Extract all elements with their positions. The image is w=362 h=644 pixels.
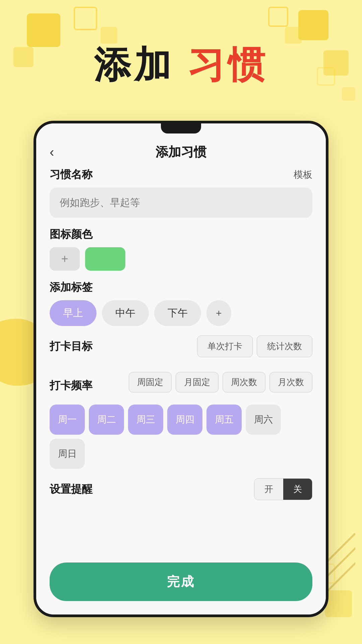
goal-label: 打卡目标 xyxy=(50,339,93,354)
complete-button-area: 完成 xyxy=(36,556,326,614)
icon-color-section: 图标颜色 + xyxy=(50,227,312,271)
app-content: ‹ 添加习惯 习惯名称 模板 图标颜色 + xyxy=(36,133,326,556)
day-thursday[interactable]: 周四 xyxy=(167,405,202,435)
day-friday[interactable]: 周五 xyxy=(206,405,242,435)
header-title: 添加习惯 xyxy=(156,144,206,161)
color-swatch-green[interactable] xyxy=(85,247,125,271)
plus-icon: + xyxy=(61,252,68,266)
frequency-header: 打卡频率 周固定 月固定 周次数 月次数 xyxy=(50,372,312,399)
back-button[interactable]: ‹ xyxy=(50,145,54,160)
tag-row: 早上 中午 下午 + xyxy=(50,300,312,326)
goal-count-stats[interactable]: 统计次数 xyxy=(257,335,312,357)
title-part1: 添加 xyxy=(94,44,174,85)
freq-weekly-count[interactable]: 周次数 xyxy=(223,372,265,392)
habit-name-header: 习惯名称 模板 xyxy=(50,167,312,182)
page-title-area: 添加 习惯 xyxy=(0,40,362,90)
tags-header: 添加标签 xyxy=(50,280,312,295)
day-sunday[interactable]: 周日 xyxy=(50,439,85,469)
phone-frame: ‹ 添加习惯 习惯名称 模板 图标颜色 + xyxy=(34,121,328,617)
goal-section: 打卡目标 单次打卡 统计次数 xyxy=(50,335,312,363)
reminder-off-button[interactable]: 关 xyxy=(283,479,312,500)
phone-inner: ‹ 添加习惯 习惯名称 模板 图标颜色 + xyxy=(36,123,326,614)
goal-header: 打卡目标 单次打卡 统计次数 xyxy=(50,335,312,357)
day-wednesday[interactable]: 周三 xyxy=(128,405,163,435)
habit-name-input[interactable] xyxy=(50,187,312,218)
tags-label: 添加标签 xyxy=(50,280,93,295)
day-saturday[interactable]: 周六 xyxy=(246,405,281,435)
frequency-options: 周固定 月固定 周次数 月次数 xyxy=(129,372,312,392)
reminder-toggle: 开 关 xyxy=(254,478,312,500)
icon-color-header: 图标颜色 xyxy=(50,227,312,242)
day-monday[interactable]: 周一 xyxy=(50,405,85,435)
day-tuesday[interactable]: 周二 xyxy=(89,405,124,435)
day-buttons: 周一 周二 周三 周四 周五 周六 周日 xyxy=(50,405,312,469)
tag-afternoon[interactable]: 下午 xyxy=(154,300,201,326)
tag-morning[interactable]: 早上 xyxy=(50,300,97,326)
complete-button[interactable]: 完成 xyxy=(50,562,312,601)
habit-name-label: 习惯名称 xyxy=(50,167,93,182)
reminder-section: 设置提醒 开 关 xyxy=(50,478,312,500)
freq-monthly-fixed[interactable]: 月固定 xyxy=(176,372,219,392)
frequency-section: 打卡频率 周固定 月固定 周次数 月次数 周一 周二 周三 周四 周五 周六 周… xyxy=(50,372,312,469)
frequency-label: 打卡频率 xyxy=(50,378,93,393)
tags-section: 添加标签 早上 中午 下午 + xyxy=(50,280,312,326)
template-action[interactable]: 模板 xyxy=(294,168,312,181)
icon-add-button[interactable]: + xyxy=(50,247,80,271)
goal-single-checkin[interactable]: 单次打卡 xyxy=(197,335,253,357)
tag-add-button[interactable]: + xyxy=(206,300,231,326)
phone-notch xyxy=(161,123,201,133)
goal-options-row: 单次打卡 统计次数 xyxy=(197,335,312,357)
reminder-on-button[interactable]: 开 xyxy=(254,479,283,500)
icon-color-row: + xyxy=(50,247,312,271)
tag-noon[interactable]: 中午 xyxy=(102,300,149,326)
freq-monthly-count[interactable]: 月次数 xyxy=(269,372,312,392)
title-part2: 习惯 xyxy=(188,44,268,85)
icon-color-label: 图标颜色 xyxy=(50,227,93,242)
habit-name-section: 习惯名称 模板 xyxy=(50,167,312,218)
freq-weekly-fixed[interactable]: 周固定 xyxy=(129,372,172,392)
reminder-label: 设置提醒 xyxy=(50,482,93,497)
reminder-row: 设置提醒 开 关 xyxy=(50,478,312,500)
app-header: ‹ 添加习惯 xyxy=(50,133,312,167)
